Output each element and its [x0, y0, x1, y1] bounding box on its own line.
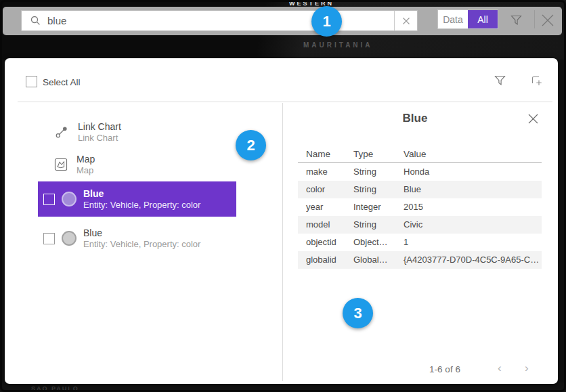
table-row: year Integer 2015	[298, 198, 542, 216]
search-box	[21, 10, 418, 31]
map-label-bottom: SAO PAULO	[31, 385, 79, 392]
table-row: make String Honda	[298, 163, 542, 181]
cell-value: Civic	[395, 216, 542, 234]
select-all-checkbox[interactable]	[26, 76, 37, 87]
close-search-button[interactable]	[540, 13, 555, 28]
toggle-option-all[interactable]: All	[468, 10, 498, 28]
cell-value: Honda	[395, 163, 542, 181]
results-filter-button[interactable]	[494, 75, 506, 86]
result-checkbox[interactable]	[43, 233, 55, 244]
detail-title: Blue	[293, 112, 537, 125]
table-row: color String Blue	[298, 181, 542, 198]
cell-name: model	[298, 216, 345, 234]
clear-icon	[402, 17, 410, 25]
result-title: Blue	[83, 188, 200, 200]
table-row: globalid Global… {A4203777-D70D-4C5C-9A6…	[298, 251, 542, 269]
annotation-callout-3: 3	[343, 298, 373, 328]
result-item-map[interactable]: Map Map	[38, 151, 236, 178]
cell-name: make	[298, 163, 345, 181]
cell-type: String	[345, 216, 395, 234]
result-title: Blue	[83, 227, 200, 239]
column-header-value: Value	[395, 146, 542, 162]
pagination-prev-button[interactable]: ‹	[498, 362, 502, 375]
cell-type: String	[345, 163, 395, 181]
close-icon	[527, 113, 539, 125]
pagination-next-button[interactable]: ›	[525, 362, 529, 375]
cell-type: Integer	[345, 198, 395, 216]
add-to-new-button[interactable]	[530, 74, 542, 87]
cell-value: 1	[395, 234, 542, 251]
clear-search-button[interactable]	[394, 11, 417, 30]
pane-divider	[282, 103, 283, 381]
link-chart-icon	[54, 125, 69, 139]
cell-name: globalid	[298, 251, 345, 269]
result-item-blue[interactable]: Blue Entity: Vehicle, Property: color	[38, 221, 236, 256]
result-item-blue-selected[interactable]: Blue Entity: Vehicle, Property: color	[38, 181, 236, 217]
result-title: Link Chart	[78, 121, 121, 133]
map-background-bottom	[0, 383, 566, 392]
table-row: objectid Object… 1	[298, 234, 542, 251]
select-all-label: Select All	[43, 77, 81, 87]
search-input[interactable]	[47, 15, 394, 26]
filter-icon	[510, 15, 522, 26]
map-icon	[54, 158, 68, 171]
toggle-option-data[interactable]: Data	[438, 10, 468, 28]
cell-value: 2015	[395, 198, 542, 216]
pagination-range: 1-6 of 6	[411, 364, 479, 374]
cell-value: Blue	[395, 181, 542, 198]
cell-type: Object…	[345, 234, 395, 251]
table-header-row: Name Type Value	[298, 146, 542, 163]
search-toolbar: Data All	[3, 7, 562, 35]
result-subtitle: Entity: Vehicle, Property: color	[83, 200, 200, 211]
result-subtitle: Link Chart	[78, 133, 121, 144]
header-divider	[18, 102, 552, 102]
detail-close-button[interactable]	[527, 113, 539, 125]
result-item-link-chart[interactable]: Link Chart Link Chart	[38, 118, 236, 146]
close-icon	[540, 13, 555, 28]
column-header-type: Type	[345, 146, 395, 162]
annotation-callout-2: 2	[236, 130, 266, 160]
cell-value: {A4203777-D70D-4C5C-9A65-C…	[395, 251, 542, 269]
search-filter-button[interactable]	[510, 15, 522, 26]
search-results-panel: Select All Link Chart Link Chart Map Map…	[5, 58, 558, 384]
result-title: Map	[77, 154, 95, 165]
result-subtitle: Entity: Vehicle, Property: color	[83, 239, 200, 250]
search-scope-toggle: Data All	[437, 9, 498, 29]
cell-type: Global…	[345, 251, 395, 269]
annotation-callout-1: 1	[311, 6, 342, 37]
attribute-table: Name Type Value make String Honda color …	[298, 146, 542, 269]
column-header-name: Name	[298, 146, 345, 162]
cell-name: objectid	[298, 234, 345, 251]
result-subtitle: Map	[77, 165, 95, 176]
square-plus-icon	[530, 74, 542, 87]
search-icon	[30, 16, 41, 26]
result-checkbox[interactable]	[43, 194, 55, 205]
filter-icon	[494, 75, 506, 86]
cell-type: String	[345, 181, 395, 198]
table-row: model String Civic	[298, 216, 542, 234]
map-label-mauritania: MAURITANIA	[303, 41, 373, 49]
entity-circle-icon	[62, 192, 77, 206]
entity-circle-icon	[62, 231, 77, 246]
cell-name: year	[298, 198, 345, 216]
toolbar-divider	[534, 10, 535, 28]
cell-name: color	[298, 181, 345, 198]
